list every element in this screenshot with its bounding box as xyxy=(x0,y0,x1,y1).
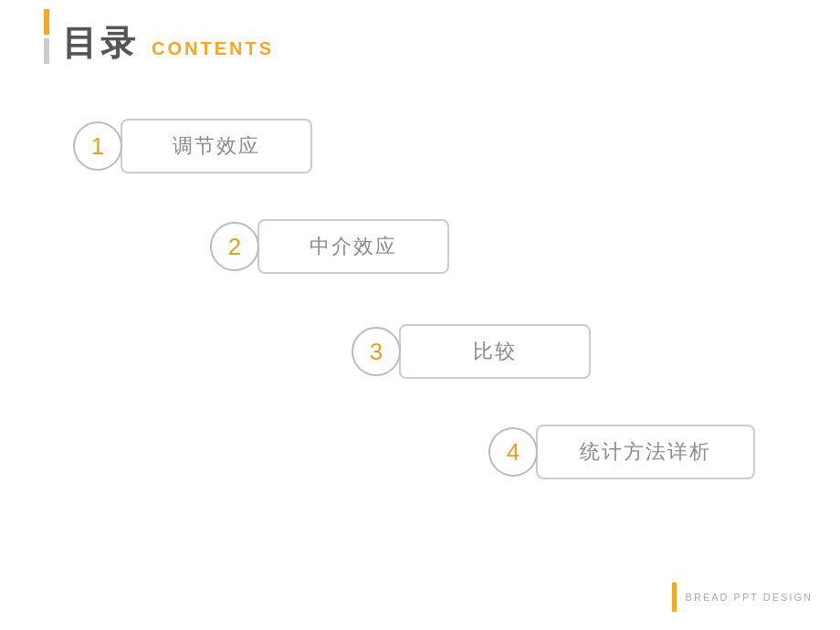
header-english-title: CONTENTS xyxy=(152,38,274,59)
circle-2: 2 xyxy=(210,222,259,271)
label-box-1: 调节效应 xyxy=(121,119,312,173)
label-box-4: 统计方法详析 xyxy=(536,425,755,479)
label-text-3: 比较 xyxy=(455,338,535,365)
content-item-4: 4 统计方法详析 xyxy=(488,425,755,479)
label-text-4: 统计方法详析 xyxy=(562,438,730,466)
footer: BREAD PPT DESIGN xyxy=(672,583,813,612)
content-item-1: 1 调节效应 xyxy=(73,119,312,173)
label-text-1: 调节效应 xyxy=(154,132,278,160)
accent-bottom xyxy=(44,38,49,64)
label-box-2: 中介效应 xyxy=(257,219,449,274)
content-item-2: 2 中介效应 xyxy=(210,219,449,274)
accent-top xyxy=(44,9,49,35)
footer-accent-bar xyxy=(672,583,677,612)
circle-1: 1 xyxy=(73,121,122,171)
label-box-3: 比较 xyxy=(399,324,591,379)
top-accent-bar xyxy=(44,9,49,64)
label-text-2: 中介效应 xyxy=(291,233,415,260)
content-item-3: 3 比较 xyxy=(352,324,591,379)
page-header: 目录 CONTENTS xyxy=(62,20,274,67)
footer-label: BREAD PPT DESIGN xyxy=(686,592,813,603)
circle-4: 4 xyxy=(488,427,538,477)
header-chinese-title: 目录 xyxy=(62,20,139,67)
circle-3: 3 xyxy=(352,327,401,376)
